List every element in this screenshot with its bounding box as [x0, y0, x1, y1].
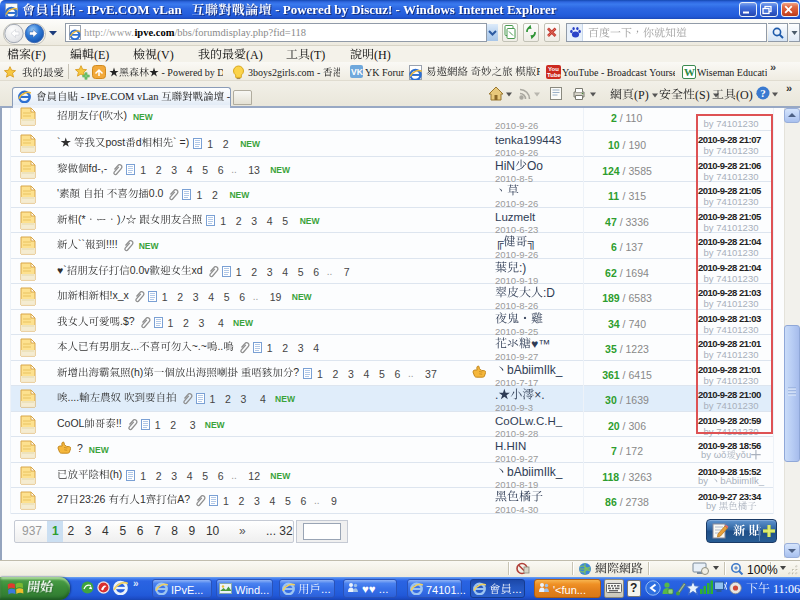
svg-text:0.0v: 0.0v [130, 264, 151, 276]
svg-text:...: ... [512, 583, 522, 595]
svg-text:': ' [57, 187, 59, 199]
svg-text:fd-,-: fd-,- [89, 162, 108, 174]
svg-text:HiN: HiN [495, 159, 515, 173]
svg-text:♥™: ♥™ [531, 337, 550, 351]
svg-text:(T): (T) [310, 48, 325, 62]
svg-text:CoOL: CoOL [57, 417, 85, 429]
svg-text:!!: !! [116, 417, 122, 429]
svg-text::): :) [519, 261, 526, 275]
svg-text:0.0: 0.0 [149, 187, 164, 199]
svg-text:(*: (* [78, 213, 86, 225]
svg-text:` =): ` =) [173, 136, 189, 148]
svg-text:×.: ×. [534, 388, 544, 402]
svg-text:?: ? [293, 366, 299, 378]
svg-text:(F): (F) [31, 48, 46, 62]
svg-text:(h): (h) [110, 468, 123, 480]
svg-text:): ) [123, 109, 127, 121]
svg-text:23:26: 23:26 [79, 493, 108, 505]
svg-text:- IPvE.COM vLan: - IPvE.COM vLan [78, 91, 161, 102]
svg-text:....: .... [68, 391, 80, 403]
svg-text:by: by [698, 475, 711, 486]
svg-text:╔: ╔ [495, 235, 504, 250]
svg-text:post: post [105, 136, 125, 148]
svg-text:- IPvE.COM vLan: - IPvE.COM vLan [76, 2, 185, 17]
svg-text:11:06: 11:06 [770, 582, 800, 596]
svg-text:!x_x: !x_x [110, 289, 130, 301]
svg-text:d: d [136, 136, 142, 148]
svg-text:.: . [495, 388, 498, 402]
svg-text:A?: A? [177, 493, 190, 505]
svg-text:(V): (V) [157, 48, 174, 62]
svg-text:(E): (E) [94, 48, 109, 62]
svg-text:?: ? [77, 442, 83, 454]
svg-text:by: by [706, 500, 719, 511]
svg-text:3boys2girls.com -: 3boys2girls.com - [248, 67, 323, 78]
svg-text:- Powered by D...: - Powered by D... [159, 67, 223, 78]
svg-text:xd: xd [192, 264, 203, 276]
svg-text:- Powered by Discuz! - Windows: - Powered by Discuz! - Windows Internet … [272, 2, 557, 17]
svg-text:..: .. [217, 340, 223, 352]
svg-text::D: :D [543, 286, 555, 300]
svg-text:R...: R... [536, 66, 540, 77]
svg-text:(A): (A) [246, 48, 263, 62]
svg-text:.$?: .$? [120, 315, 135, 327]
svg-text:bAbiimIlk_: bAbiimIlk_ [507, 363, 563, 377]
svg-text:...: ... [321, 583, 331, 595]
svg-text:1: 1 [140, 493, 146, 505]
svg-text:(: ( [99, 109, 103, 121]
svg-text:Wiseman Education: Wiseman Education [697, 67, 767, 78]
svg-text:`: ` [57, 136, 61, 148]
svg-text:(S): (S) [695, 88, 710, 102]
svg-text:...: ... [131, 340, 140, 352]
svg-text:by ωǒ: by ωǒ [701, 449, 726, 460]
svg-text:- Powere...: - Powere... [224, 91, 230, 102]
svg-text:╗: ╗ [527, 235, 536, 250]
svg-text:(h): (h) [131, 366, 144, 378]
svg-text:♥♥ ...: ♥♥ ... [362, 583, 388, 595]
svg-text:yǒu: yǒu [736, 449, 751, 460]
svg-text:``: `` [78, 238, 85, 250]
svg-text:~.~: ~.~ [192, 340, 207, 352]
svg-text:YK Forum: YK Forum [365, 67, 404, 78]
svg-text:♥`: ♥` [57, 264, 67, 276]
svg-text:(H): (H) [374, 48, 391, 62]
svg-text:!!!!: !!!! [106, 238, 118, 250]
svg-text:(P): (P) [634, 88, 649, 102]
svg-text:bAbiimIlk_: bAbiimIlk_ [507, 465, 563, 479]
svg-text:): ) [117, 213, 121, 225]
svg-text:YouTube - Broadcast Yourse...: YouTube - Broadcast Yourse... [562, 67, 675, 78]
svg-text:Oo: Oo [527, 159, 543, 173]
svg-text:bAbiimIlk_: bAbiimIlk_ [720, 475, 765, 486]
svg-text:(O): (O) [736, 88, 753, 102]
svg-text:?: ? [760, 87, 766, 99]
svg-text:27: 27 [57, 493, 69, 505]
